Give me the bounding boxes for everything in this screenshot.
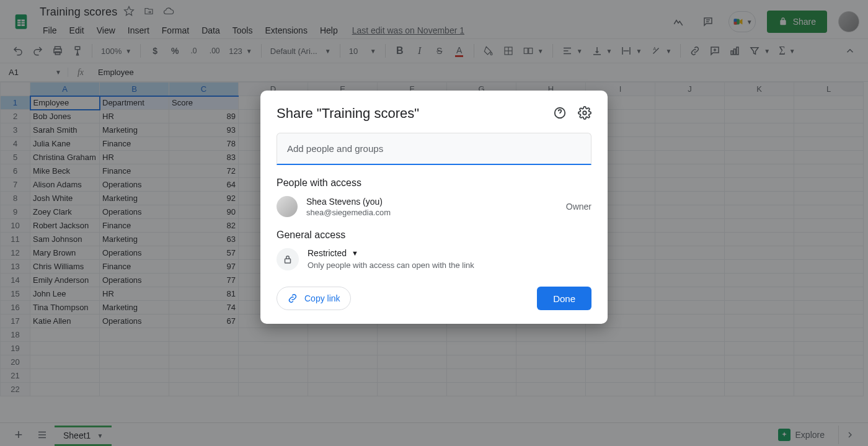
person-name: Shea Stevens (you) xyxy=(306,197,557,207)
help-icon[interactable] xyxy=(553,106,567,122)
person-avatar xyxy=(277,196,298,217)
svg-rect-35 xyxy=(285,259,291,263)
people-with-access-heading: People with access xyxy=(277,177,591,189)
person-email: shea@siegemedia.com xyxy=(306,208,557,217)
share-dialog: Share "Training scores" Add people and g… xyxy=(260,91,608,324)
lock-icon xyxy=(277,248,299,270)
copy-link-button[interactable]: Copy link xyxy=(277,287,351,310)
done-button[interactable]: Done xyxy=(537,287,591,310)
add-people-input[interactable]: Add people and groups xyxy=(277,133,591,165)
access-level-select[interactable]: Restricted▼ xyxy=(308,248,474,258)
dialog-title: Share "Training scores" xyxy=(277,105,419,122)
svg-point-34 xyxy=(583,111,587,115)
person-row: Shea Stevens (you) shea@siegemedia.com O… xyxy=(277,196,591,217)
access-level-description: Only people with access can open with th… xyxy=(308,261,474,270)
modal-overlay: Share "Training scores" Add people and g… xyxy=(0,0,868,446)
general-access-heading: General access xyxy=(277,230,591,241)
person-role: Owner xyxy=(566,202,591,212)
settings-icon[interactable] xyxy=(578,106,591,122)
